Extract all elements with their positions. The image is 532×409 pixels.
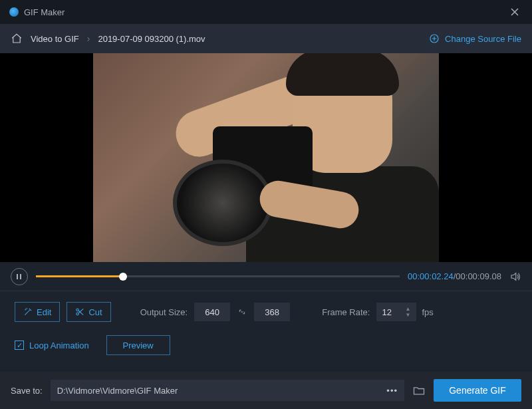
save-to-label: Save to: <box>11 386 43 396</box>
breadcrumb-bar: Video to GIF › 2019-07-09 093200 (1).mov… <box>0 24 532 53</box>
svg-point-2 <box>76 313 79 315</box>
plus-circle-icon <box>429 33 440 44</box>
volume-icon[interactable] <box>509 271 521 283</box>
save-path-value: D:\Vidmore\Vidmore\GIF Maker <box>57 386 178 396</box>
app-title: GIF Maker <box>24 7 65 17</box>
edit-button[interactable]: Edit <box>15 302 60 322</box>
fps-unit: fps <box>422 307 433 317</box>
edit-label: Edit <box>37 307 51 317</box>
timecode: 00:00:02.24/00:00:09.08 <box>408 271 501 281</box>
cut-button[interactable]: Cut <box>66 302 110 322</box>
preview-button[interactable]: Preview <box>106 335 170 355</box>
change-source-button[interactable]: Change Source File <box>429 33 521 44</box>
fps-input[interactable]: 12 ▲ ▼ <box>376 303 416 321</box>
timeline-progress <box>36 275 123 277</box>
output-size-label: Output Size: <box>140 307 188 317</box>
generate-gif-label: Generate GIF <box>449 385 506 396</box>
fps-stepper-buttons: ▲ ▼ <box>404 307 411 318</box>
close-button[interactable] <box>507 4 523 20</box>
output-width-input[interactable]: 640 <box>194 303 230 321</box>
frame-rate-label: Frame Rate: <box>322 307 370 317</box>
browse-button[interactable]: ••• <box>386 386 398 396</box>
options-row1: Edit Cut Output Size: 640 368 Frame Rate… <box>15 302 517 322</box>
video-frame[interactable] <box>93 53 439 262</box>
time-current: 00:00:02.24 <box>408 271 454 281</box>
open-folder-button[interactable] <box>412 384 426 397</box>
breadcrumb-root[interactable]: Video to GIF <box>31 34 79 44</box>
output-height-input[interactable]: 368 <box>254 303 290 321</box>
fps-step-down[interactable]: ▼ <box>404 313 411 318</box>
loop-animation-label: Loop Animation <box>29 341 89 350</box>
bottom-bar: Save to: D:\Vidmore\Vidmore\GIF Maker ••… <box>0 372 532 409</box>
options-row2: ✓ Loop Animation Preview <box>15 335 517 355</box>
fps-step-up[interactable]: ▲ <box>404 307 411 312</box>
timeline-handle[interactable] <box>119 273 127 281</box>
time-total: 00:00:09.08 <box>456 271 501 281</box>
link-icon[interactable] <box>237 307 247 317</box>
app-icon <box>9 7 19 17</box>
scissors-icon <box>75 307 84 317</box>
change-source-label: Change Source File <box>445 34 521 44</box>
preview-label: Preview <box>123 341 154 350</box>
titlebar-left: GIF Maker <box>9 7 65 17</box>
playback-bar: 00:00:02.24/00:00:09.08 <box>0 262 532 291</box>
pause-icon <box>16 273 23 280</box>
generate-gif-button[interactable]: Generate GIF <box>434 379 521 402</box>
cut-label: Cut <box>88 307 102 317</box>
home-icon[interactable] <box>11 33 23 45</box>
close-icon <box>510 7 519 17</box>
timeline-slider[interactable] <box>36 275 400 277</box>
fps-stepper: 12 ▲ ▼ fps <box>376 303 433 321</box>
wand-icon <box>23 307 33 317</box>
pause-button[interactable] <box>11 268 28 285</box>
svg-point-1 <box>76 309 79 311</box>
save-path-input[interactable]: D:\Vidmore\Vidmore\GIF Maker ••• <box>51 380 404 401</box>
breadcrumb: Video to GIF › 2019-07-09 093200 (1).mov <box>11 33 205 45</box>
fps-value: 12 <box>382 307 391 317</box>
breadcrumb-file: 2019-07-09 093200 (1).mov <box>98 34 205 44</box>
options-panel: Edit Cut Output Size: 640 368 Frame Rate… <box>0 291 532 363</box>
chevron-right-icon: › <box>87 33 90 44</box>
checkbox-icon: ✓ <box>15 341 24 350</box>
video-preview-area <box>0 53 532 262</box>
titlebar: GIF Maker <box>0 0 532 24</box>
loop-animation-checkbox[interactable]: ✓ Loop Animation <box>15 341 89 350</box>
